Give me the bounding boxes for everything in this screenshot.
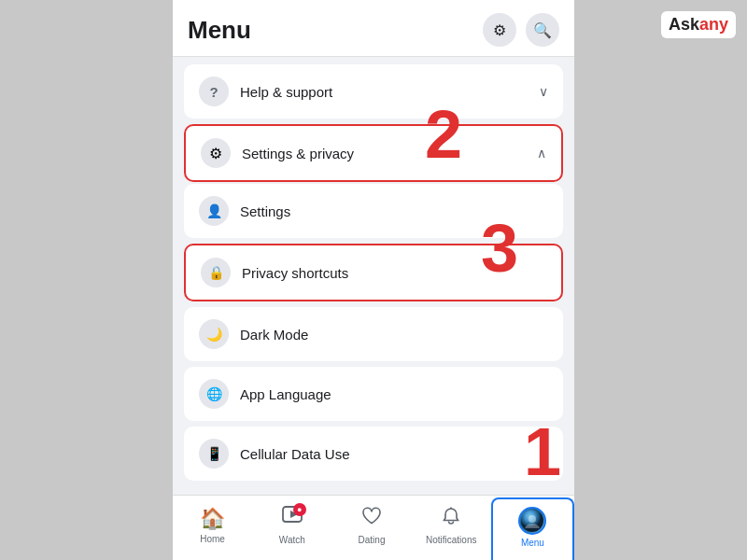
home-icon: 🏠 <box>200 507 225 531</box>
menu-header: Menu ⚙ 🔍 <box>173 0 574 57</box>
cellular-data-label: Cellular Data Use <box>240 446 350 462</box>
settings-privacy-label: Settings & privacy <box>242 146 354 161</box>
tab-home[interactable]: 🏠 Home <box>173 496 252 560</box>
tab-bar: 🏠 Home ● Watch <box>173 495 574 560</box>
app-language-label: App Language <box>240 386 331 402</box>
settings-gear-icon: ⚙ <box>201 138 231 168</box>
askany-logo: Askany <box>669 15 728 34</box>
dark-mode-item[interactable]: 🌙 Dark Mode <box>184 307 563 361</box>
tab-notifications-label: Notifications <box>426 535 476 545</box>
help-support-arrow: ∨ <box>539 84 548 99</box>
watch-badge: ● <box>293 503 306 516</box>
help-icon: ? <box>199 77 229 106</box>
tab-dating-label: Dating <box>359 535 386 545</box>
tab-dating[interactable]: Dating <box>331 496 411 560</box>
settings-sub-item[interactable]: 👤 Settings <box>184 184 563 238</box>
settings-label: Settings <box>240 203 290 219</box>
user-icon: 👤 <box>199 196 229 226</box>
dark-mode-label: Dark Mode <box>240 327 308 343</box>
settings-privacy-header[interactable]: ⚙ Settings & privacy ∧ <box>184 124 563 182</box>
settings-icon[interactable]: ⚙ <box>483 13 516 47</box>
search-icon[interactable]: 🔍 <box>526 13 559 47</box>
menu-content: ? Help & support ∨ ⚙ Settings & privacy … <box>173 57 574 495</box>
help-support-item[interactable]: ? Help & support ∨ <box>184 64 563 119</box>
settings-privacy-item[interactable]: ⚙ Settings & privacy ∧ <box>184 124 563 182</box>
tab-watch[interactable]: ● Watch <box>252 496 331 560</box>
app-language-item[interactable]: 🌐 App Language <box>184 367 563 421</box>
moon-icon: 🌙 <box>199 319 229 349</box>
header-icons: ⚙ 🔍 <box>483 13 559 47</box>
svg-point-4 <box>529 515 536 523</box>
dating-icon <box>361 506 382 532</box>
privacy-shortcuts-label: Privacy shortcuts <box>242 265 348 281</box>
tab-menu[interactable]: Menu <box>491 497 574 560</box>
tab-notifications[interactable]: Notifications <box>412 496 491 560</box>
bell-icon <box>441 506 461 532</box>
cellular-data-item[interactable]: 📱 Cellular Data Use <box>184 427 563 481</box>
settings-privacy-arrow: ∧ <box>537 146 546 161</box>
settings-sub-items: 👤 Settings 🔒 Privacy shortcuts 🌙 Dark Mo… <box>184 184 563 490</box>
tab-menu-label: Menu <box>521 538 544 548</box>
help-support-label: Help & support <box>240 84 332 100</box>
privacy-shortcuts-item[interactable]: 🔒 Privacy shortcuts <box>184 244 563 301</box>
watch-icon: ● <box>282 506 303 532</box>
phone-icon: 📱 <box>199 439 229 469</box>
tab-watch-label: Watch <box>279 535 305 545</box>
tab-home-label: Home <box>200 534 225 544</box>
globe-icon: 🌐 <box>199 379 229 409</box>
privacy-icon: 🔒 <box>201 258 231 287</box>
menu-avatar <box>518 507 546 535</box>
page-title: Menu <box>188 16 251 45</box>
